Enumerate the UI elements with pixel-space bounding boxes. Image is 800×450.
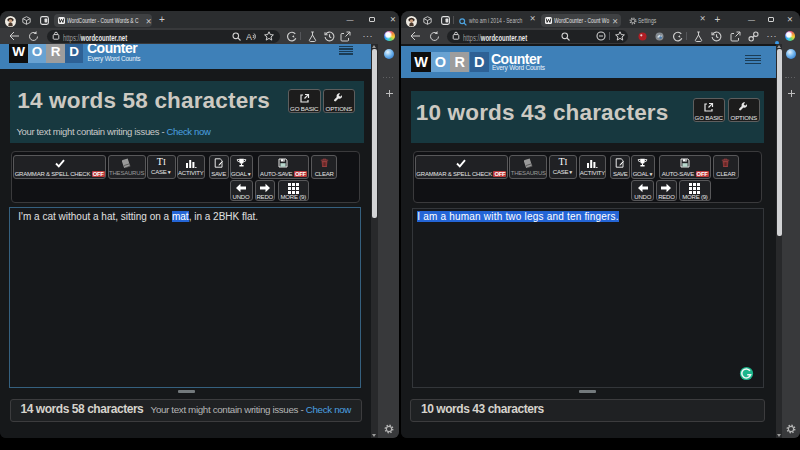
svg-text:A: A [246,32,252,41]
